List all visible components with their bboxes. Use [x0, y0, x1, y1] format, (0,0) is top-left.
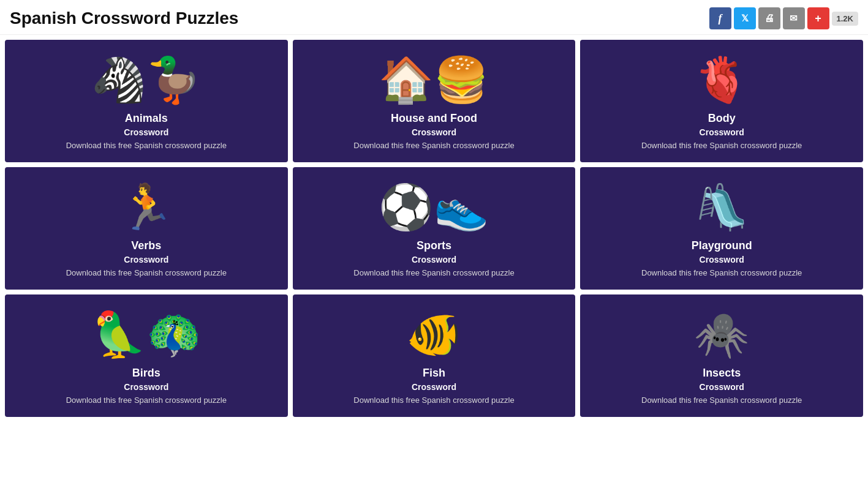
sports-subtitle: Crossword [412, 255, 456, 264]
body-icon: 🫀 [694, 52, 749, 107]
facebook-button[interactable]: f [709, 7, 731, 29]
insects-desc: Download this free Spanish crossword puz… [641, 396, 802, 405]
mail-button[interactable]: ✉ [783, 7, 805, 29]
print-button[interactable]: 🖨 [758, 7, 780, 29]
animals-subtitle: Crossword [124, 127, 168, 137]
share-count: 1.2K [832, 12, 858, 26]
mail-icon: ✉ [790, 13, 798, 24]
verbs-desc: Download this free Spanish crossword puz… [66, 268, 227, 277]
print-icon: 🖨 [764, 13, 774, 24]
fish-desc: Download this free Spanish crossword puz… [353, 396, 514, 405]
animals-title: Animals [125, 112, 168, 125]
page-header: Spanish Crossword Puzzles f 𝕏 🖨 ✉ + 1.2K [0, 0, 868, 35]
body-title: Body [708, 112, 736, 125]
card-grid: 🦓🦆AnimalsCrosswordDownload this free Spa… [0, 35, 868, 422]
card-verbs[interactable]: 🏃VerbsCrosswordDownload this free Spanis… [5, 167, 288, 290]
fish-title: Fish [423, 367, 445, 380]
sports-icon: ⚽👟 [379, 179, 489, 234]
house-and-food-icon: 🏠🍔 [379, 52, 489, 107]
body-desc: Download this free Spanish crossword puz… [641, 141, 802, 150]
verbs-subtitle: Crossword [124, 255, 168, 264]
house-and-food-title: House and Food [391, 112, 477, 125]
fish-subtitle: Crossword [412, 382, 456, 392]
playground-desc: Download this free Spanish crossword puz… [641, 268, 802, 277]
animals-desc: Download this free Spanish crossword puz… [66, 141, 227, 150]
house-and-food-subtitle: Crossword [412, 127, 456, 137]
card-fish[interactable]: 🐠FishCrosswordDownload this free Spanish… [293, 294, 576, 417]
card-body[interactable]: 🫀BodyCrosswordDownload this free Spanish… [580, 40, 863, 162]
verbs-icon: 🏃 [119, 179, 174, 234]
plus-icon: + [815, 12, 821, 25]
card-animals[interactable]: 🦓🦆AnimalsCrosswordDownload this free Spa… [5, 40, 288, 162]
house-and-food-desc: Download this free Spanish crossword puz… [353, 141, 514, 150]
animals-icon: 🦓🦆 [91, 52, 202, 107]
birds-icon: 🦜🦚 [91, 307, 202, 362]
facebook-icon: f [719, 12, 722, 25]
sports-title: Sports [417, 239, 451, 252]
addthis-button[interactable]: + [807, 7, 829, 29]
twitter-icon: 𝕏 [741, 13, 749, 24]
card-house-and-food[interactable]: 🏠🍔House and FoodCrosswordDownload this f… [293, 40, 576, 162]
birds-title: Birds [132, 367, 160, 380]
birds-subtitle: Crossword [124, 382, 168, 392]
insects-icon: 🕷️ [694, 307, 749, 362]
birds-desc: Download this free Spanish crossword puz… [66, 396, 227, 405]
playground-title: Playground [692, 239, 752, 252]
card-sports[interactable]: ⚽👟SportsCrosswordDownload this free Span… [293, 167, 576, 290]
social-bar: f 𝕏 🖨 ✉ + 1.2K [709, 7, 858, 29]
body-subtitle: Crossword [700, 127, 744, 137]
fish-icon: 🐠 [406, 307, 461, 362]
card-playground[interactable]: 🛝PlaygroundCrosswordDownload this free S… [580, 167, 863, 290]
sports-desc: Download this free Spanish crossword puz… [353, 268, 514, 277]
card-birds[interactable]: 🦜🦚BirdsCrosswordDownload this free Spani… [5, 294, 288, 417]
playground-icon: 🛝 [694, 179, 749, 234]
insects-title: Insects [703, 367, 741, 380]
twitter-button[interactable]: 𝕏 [734, 7, 756, 29]
card-insects[interactable]: 🕷️InsectsCrosswordDownload this free Spa… [580, 294, 863, 417]
page-title: Spanish Crossword Puzzles [10, 9, 238, 28]
playground-subtitle: Crossword [700, 255, 744, 264]
insects-subtitle: Crossword [700, 382, 744, 392]
verbs-title: Verbs [131, 239, 161, 252]
